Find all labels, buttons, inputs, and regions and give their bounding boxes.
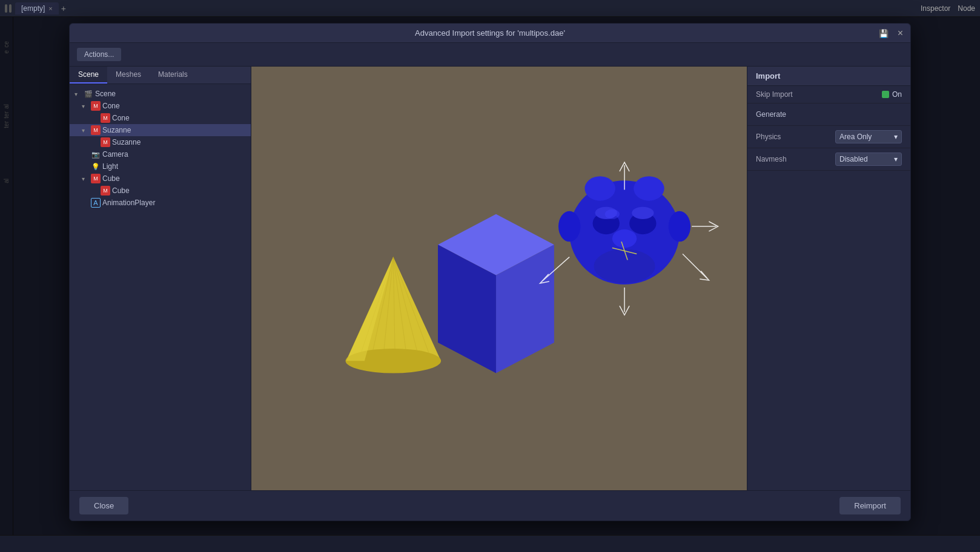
icon-cube-child: M	[101, 186, 110, 196]
tree-item-camera[interactable]: 📷 Camera	[70, 148, 251, 160]
skip-import-toggle[interactable]: On	[882, 90, 902, 99]
skip-import-label: Skip Import	[756, 90, 793, 99]
label-suzanne-parent: Suzanne	[102, 126, 131, 134]
tree-item-cube-child[interactable]: M Cube	[70, 185, 251, 197]
top-bar: [empty] × + Inspector Node	[0, 0, 980, 17]
import-settings-modal: Advanced Import settings for 'multipos.d…	[69, 23, 911, 521]
skip-import-row: Skip Import On	[747, 86, 910, 104]
arrow-cone-parent: ▾	[82, 103, 89, 110]
cube-object	[438, 214, 554, 373]
label-cone-parent: Cone	[102, 102, 120, 110]
navmesh-value: Disabled	[839, 155, 868, 163]
modal-title: Advanced Import settings for 'multipos.d…	[415, 28, 565, 38]
svg-point-22	[669, 211, 690, 242]
tree-item-cone-child[interactable]: M Cone	[70, 112, 251, 124]
svg-point-21	[558, 211, 580, 242]
physics-value: Area Only	[839, 133, 872, 141]
tree-item-suzanne-child[interactable]: M Suzanne	[70, 136, 251, 148]
tree-item-light[interactable]: 💡 Light	[70, 160, 251, 172]
tab-close-icon[interactable]: ×	[48, 5, 52, 12]
tree-content: ▾ 🎬 Scene ▾ M Cone M Cone	[70, 84, 251, 490]
label-cube-child: Cube	[112, 186, 130, 195]
tree-item-animation-player[interactable]: A AnimationPlayer	[70, 197, 251, 209]
import-panel: Import Skip Import On Generate Physics	[747, 67, 910, 490]
tab-add-icon[interactable]: +	[61, 4, 66, 13]
scene-tabs: Scene Meshes Materials	[70, 67, 251, 84]
bottom-status-bar	[0, 535, 980, 552]
physics-label: Physics	[756, 133, 781, 141]
icon-cube-parent: M	[91, 174, 101, 183]
toggle-on-label: On	[892, 90, 902, 99]
svg-point-23	[594, 249, 655, 283]
label-cone-child: Cone	[112, 114, 130, 122]
physics-dropdown[interactable]: Area Only ▾	[835, 130, 902, 143]
scene-tree-panel: Scene Meshes Materials ▾ 🎬 Scene ▾ M	[70, 67, 251, 490]
tab-label: [empty]	[21, 4, 45, 13]
icon-suzanne-parent: M	[91, 125, 101, 135]
tree-item-scene-root[interactable]: ▾ 🎬 Scene	[70, 88, 251, 100]
tab-materials[interactable]: Materials	[150, 67, 196, 84]
svg-point-26	[605, 209, 620, 219]
label-light: Light	[102, 162, 118, 171]
arrow-cube-parent: ▾	[82, 176, 89, 182]
arrow-scene-root: ▾	[74, 91, 82, 97]
reimport-button[interactable]: Reimport	[839, 497, 901, 514]
navmesh-dropdown[interactable]: Disabled ▾	[835, 153, 902, 166]
icon-anim: A	[91, 198, 101, 208]
tree-item-cone-parent[interactable]: ▾ M Cone	[70, 100, 251, 112]
label-cube-parent: Cube	[102, 174, 120, 183]
svg-point-20	[612, 229, 637, 248]
modal-title-bar: Advanced Import settings for 'multipos.d…	[70, 24, 910, 43]
modal-close-button[interactable]: ×	[898, 28, 903, 38]
toggle-on-indicator	[882, 91, 889, 98]
label-suzanne-child: Suzanne	[112, 138, 141, 146]
tree-item-suzanne-parent[interactable]: ▾ M Suzanne	[70, 124, 251, 136]
modal-footer: Close Reimport	[70, 490, 910, 521]
icon-suzanne-child: M	[101, 137, 110, 147]
arrow-suzanne-parent: ▾	[82, 127, 89, 134]
modal-body: Scene Meshes Materials ▾ 🎬 Scene ▾ M	[70, 67, 910, 490]
tree-item-cube-parent[interactable]: ▾ M Cube	[70, 172, 251, 185]
import-section-title: Import	[747, 67, 910, 86]
drag-handle	[5, 4, 12, 13]
physics-arrow-icon: ▾	[894, 133, 898, 141]
icon-camera: 📷	[91, 150, 101, 159]
svg-point-19	[632, 207, 654, 219]
generate-button[interactable]: Generate	[756, 108, 786, 121]
label-scene-root: Scene	[95, 90, 116, 98]
inspector-tab[interactable]: Inspector	[921, 4, 950, 13]
viewport-svg	[251, 67, 747, 490]
svg-point-24	[584, 176, 615, 200]
generate-row: Generate	[747, 104, 910, 126]
physics-row: Physics Area Only ▾	[747, 126, 910, 148]
label-anim: AnimationPlayer	[102, 199, 155, 207]
actions-bar: Actions...	[70, 43, 910, 67]
navmesh-arrow-icon: ▾	[894, 155, 898, 163]
node-tab[interactable]: Node	[958, 4, 975, 13]
icon-cone-parent: M	[91, 101, 101, 111]
actions-button[interactable]: Actions...	[77, 48, 121, 61]
close-button[interactable]: Close	[79, 497, 128, 514]
tab-meshes[interactable]: Meshes	[107, 67, 150, 84]
svg-point-25	[634, 176, 664, 200]
navmesh-row: Navmesh Disabled ▾	[747, 148, 910, 171]
navmesh-label: Navmesh	[756, 155, 787, 163]
icon-light: 💡	[91, 162, 101, 171]
modal-overlay: Advanced Import settings for 'multipos.d…	[0, 17, 980, 552]
label-camera: Camera	[102, 150, 128, 159]
icon-cone-child: M	[101, 113, 110, 123]
save-icon[interactable]: 💾	[879, 28, 889, 38]
editor-tab[interactable]: [empty] ×	[15, 2, 59, 15]
icon-scene-root: 🎬	[84, 89, 93, 99]
viewport-3d[interactable]	[251, 67, 747, 490]
tab-scene[interactable]: Scene	[70, 67, 107, 84]
top-bar-right: Inspector Node	[921, 4, 975, 13]
